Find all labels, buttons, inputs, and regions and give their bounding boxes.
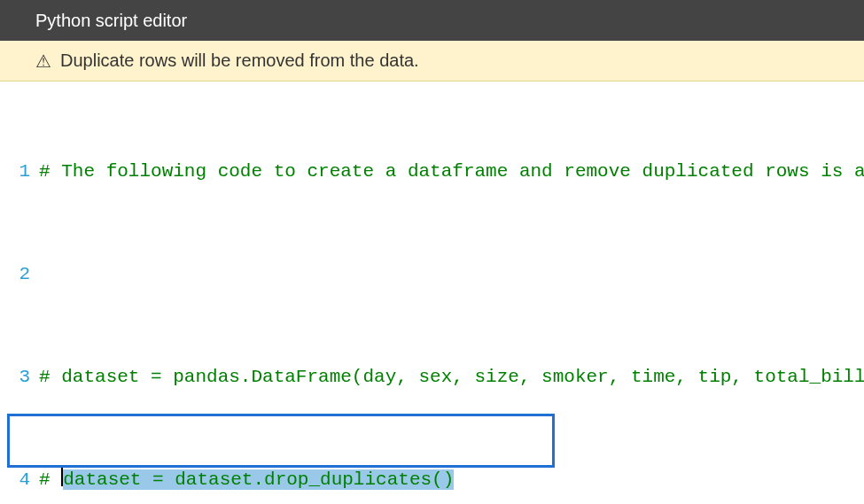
editor-title: Python script editor [35, 11, 187, 31]
annotation-highlight-box [7, 414, 555, 468]
line-content[interactable]: # dataset = dataset.drop_duplicates() [39, 467, 864, 492]
line-content[interactable]: # dataset = pandas.DataFrame(day, sex, s… [39, 364, 864, 390]
warning-banner: ⚠ Duplicate rows will be removed from th… [0, 41, 864, 81]
code-line: 3# dataset = pandas.DataFrame(day, sex, … [0, 364, 864, 390]
code-line: 4# dataset = dataset.drop_duplicates() [0, 467, 864, 492]
code-line: 2 [0, 261, 864, 287]
line-number: 4 [0, 467, 39, 492]
text-selection: dataset = dataset.drop_duplicates() [63, 469, 454, 490]
line-number: 3 [0, 364, 39, 390]
warning-icon: ⚠ [35, 50, 51, 72]
warning-text: Duplicate rows will be removed from the … [60, 50, 419, 71]
code-editor[interactable]: 1# The following code to create a datafr… [0, 81, 864, 504]
line-number: 2 [0, 261, 39, 287]
code-line: 1# The following code to create a datafr… [0, 159, 864, 184]
editor-titlebar: Python script editor [0, 0, 864, 41]
line-content[interactable]: # The following code to create a datafra… [39, 159, 864, 184]
line-number: 1 [0, 159, 39, 184]
